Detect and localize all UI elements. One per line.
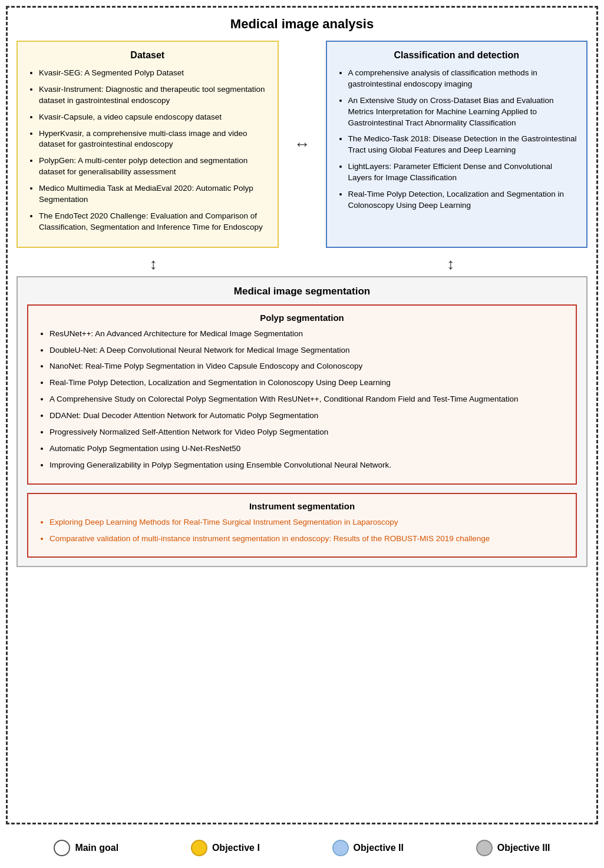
list-item: Kvasir-SEG: A Segmented Polyp Dataset	[39, 68, 268, 79]
dataset-list: Kvasir-SEG: A Segmented Polyp Dataset Kv…	[27, 68, 268, 233]
main-goal-circle-icon	[54, 840, 70, 856]
list-item: A comprehensive analysis of classificati…	[348, 68, 577, 90]
list-item: Exploring Deep Learning Methods for Real…	[49, 517, 566, 528]
polyp-segmentation-box: Polyp segmentation ResUNet++: An Advance…	[27, 304, 577, 485]
list-item: Automatic Polyp Segmentation using U-Net…	[49, 443, 566, 455]
list-item: PolypGen: A multi-center polyp detection…	[39, 155, 268, 178]
dataset-box: Dataset Kvasir-SEG: A Segmented Polyp Da…	[16, 41, 279, 248]
vertical-arrows-row: ↕ ↕	[16, 254, 588, 274]
list-item: The EndoTect 2020 Challenge: Evaluation …	[39, 211, 268, 233]
main-title: Medical image analysis	[16, 16, 588, 32]
list-item: Kvasir-Instrument: Diagnostic and therap…	[39, 84, 268, 107]
segmentation-box: Medical image segmentation Polyp segment…	[16, 276, 588, 568]
legend-main-goal: Main goal	[54, 840, 118, 856]
down-arrow-left-icon: ↕	[150, 256, 157, 271]
instrument-list: Exploring Deep Learning Methods for Real…	[38, 517, 566, 545]
horizontal-arrow-icon: ↔	[294, 135, 311, 154]
list-item: HyperKvasir, a comprehensive multi-class…	[39, 128, 268, 151]
objective2-circle-icon	[332, 840, 349, 856]
list-item: Improving Generalizability in Polyp Segm…	[49, 460, 566, 471]
segmentation-heading: Medical image segmentation	[27, 286, 577, 297]
list-item: ResUNet++: An Advanced Architecture for …	[49, 329, 566, 340]
down-arrow-right-icon: ↕	[447, 256, 454, 271]
list-item: NanoNet: Real-Time Polyp Segmentation in…	[49, 361, 566, 372]
objective1-circle-icon	[191, 840, 207, 856]
legend-objective-2: Objective II	[332, 840, 404, 856]
legend: Main goal Objective I Objective II Objec…	[6, 830, 598, 866]
classification-box: Classification and detection A comprehen…	[326, 41, 588, 248]
polyp-heading: Polyp segmentation	[38, 313, 566, 323]
objective1-label: Objective I	[212, 843, 260, 853]
objective3-circle-icon	[476, 840, 493, 856]
objective3-label: Objective III	[497, 843, 550, 853]
list-item: Progressively Normalized Self-Attention …	[49, 427, 566, 438]
polyp-list: ResUNet++: An Advanced Architecture for …	[38, 329, 566, 471]
list-item: A Comprehensive Study on Colorectal Poly…	[49, 394, 566, 405]
list-item: The Medico-Task 2018: Disease Detection …	[348, 134, 577, 156]
top-row: Dataset Kvasir-SEG: A Segmented Polyp Da…	[16, 41, 588, 248]
list-item: DoubleU-Net: A Deep Convolutional Neural…	[49, 345, 566, 356]
dataset-heading: Dataset	[27, 50, 268, 61]
classification-heading: Classification and detection	[336, 50, 577, 61]
legend-objective-3: Objective III	[476, 840, 550, 856]
list-item: An Extensive Study on Cross-Dataset Bias…	[348, 95, 577, 129]
list-item: DDANet: Dual Decoder Attention Network f…	[49, 410, 566, 422]
legend-objective-1: Objective I	[191, 840, 260, 856]
objective2-label: Objective II	[354, 843, 404, 853]
list-item: Kvasir-Capsule, a video capsule endoscop…	[39, 112, 268, 123]
instrument-heading: Instrument segmentation	[38, 501, 566, 511]
list-item: Comparative validation of multi-instance…	[49, 534, 566, 545]
list-item: Medico Multimedia Task at MediaEval 2020…	[39, 183, 268, 206]
list-item: LightLayers: Parameter Efficient Dense a…	[348, 161, 577, 184]
main-goal-label: Main goal	[75, 843, 118, 853]
list-item: Real-Time Polyp Detection, Localization …	[348, 189, 577, 211]
instrument-segmentation-box: Instrument segmentation Exploring Deep L…	[27, 493, 577, 558]
list-item: Real-Time Polyp Detection, Localization …	[49, 377, 566, 389]
classification-list: A comprehensive analysis of classificati…	[336, 68, 577, 211]
main-container: Medical image analysis Dataset Kvasir-SE…	[6, 6, 598, 824]
